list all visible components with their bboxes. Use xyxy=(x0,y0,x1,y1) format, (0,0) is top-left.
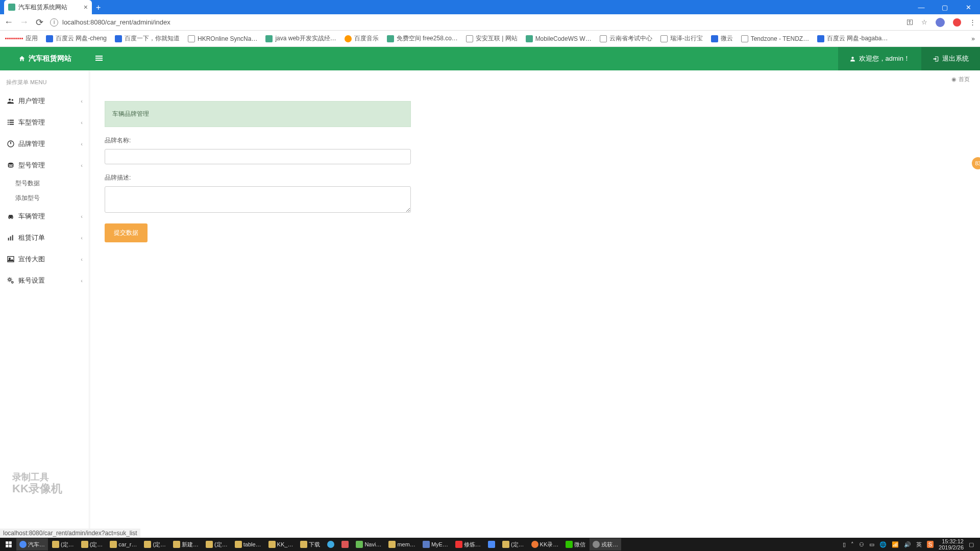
svg-point-12 xyxy=(12,217,12,217)
tray-wifi-icon[interactable]: 📶 xyxy=(892,541,899,548)
start-button[interactable] xyxy=(2,538,15,550)
browser-titlebar: 汽车租赁系统网站 × + — ▢ ✕ xyxy=(0,0,980,14)
new-tab-button[interactable]: + xyxy=(96,3,101,14)
back-button[interactable]: ← xyxy=(4,18,13,27)
svg-rect-13 xyxy=(8,238,9,240)
apps-button[interactable]: 应用 xyxy=(5,34,38,43)
reload-button[interactable]: ⟳ xyxy=(35,18,44,27)
brand-name-input[interactable] xyxy=(105,149,411,164)
sidebar-item-orders[interactable]: 租赁订单 ‹ xyxy=(0,227,89,248)
sidebar-item-model[interactable]: 型号管理 ‹ xyxy=(0,155,89,176)
bookmark-item[interactable]: MobileCodeWS W… xyxy=(526,35,592,42)
bookmarks-bar: 应用 百度云 网盘-cheng 百度一下，你就知道 HKROnline Sync… xyxy=(0,31,980,47)
browser-menu-icon[interactable]: ⋮ xyxy=(969,18,976,26)
tray-globe-icon[interactable]: 🌐 xyxy=(879,541,887,548)
svg-point-18 xyxy=(9,279,11,281)
key-icon[interactable]: ⚿ xyxy=(906,18,913,26)
tray-volume-icon[interactable]: 🔊 xyxy=(904,541,911,548)
taskbar-app[interactable]: Navi… xyxy=(353,538,384,550)
taskbar-app[interactable] xyxy=(338,538,352,550)
bar-chart-icon xyxy=(6,234,15,242)
notification-center-icon[interactable]: ▢ xyxy=(969,541,974,548)
taskbar-app[interactable]: car_r… xyxy=(107,538,140,550)
profile-avatar-icon[interactable] xyxy=(936,18,945,27)
site-info-icon[interactable]: i xyxy=(50,18,58,27)
brand-form-panel: 车辆品牌管理 品牌名称: 品牌描述: 提交数据 xyxy=(105,101,411,242)
taskbar-app[interactable]: (定… xyxy=(141,538,169,550)
forward-button[interactable]: → xyxy=(19,18,29,27)
sidebar-toggle-button[interactable] xyxy=(95,55,103,63)
brand-desc-textarea[interactable] xyxy=(105,186,411,213)
svg-point-11 xyxy=(9,217,10,217)
tray-icon[interactable]: ▯ xyxy=(843,541,846,548)
home-icon xyxy=(18,55,26,62)
browser-tab[interactable]: 汽车租赁系统网站 × xyxy=(4,0,92,14)
bookmark-item[interactable]: 瑞泽-出行宝 xyxy=(660,34,703,43)
taskbar-app[interactable]: table… xyxy=(232,538,264,550)
bookmark-item[interactable]: 安安互联 | 网站 xyxy=(466,34,518,43)
breadcrumb-home[interactable]: 首页 xyxy=(959,76,970,83)
taskbar-clock[interactable]: 15:32:12 2019/2/26 xyxy=(939,538,964,550)
menu-header: 操作菜单 MENU xyxy=(0,74,89,90)
bookmark-star-icon[interactable]: ☆ xyxy=(921,18,927,26)
taskbar-app[interactable] xyxy=(485,538,498,550)
taskbar-app[interactable]: (定… xyxy=(499,538,527,550)
sidebar-sub-model-data[interactable]: 型号数据 xyxy=(15,176,89,191)
bookmark-item[interactable]: 百度音乐 xyxy=(345,34,379,43)
window-maximize-button[interactable]: ▢ xyxy=(933,0,957,14)
bookmark-item[interactable]: Tendzone - TENDZ… xyxy=(741,35,810,42)
taskbar-app[interactable]: (定… xyxy=(49,538,77,550)
brand[interactable]: 汽车租赁网站 xyxy=(0,54,89,63)
list-icon xyxy=(6,118,15,127)
taskbar-app[interactable]: 新建… xyxy=(170,538,202,550)
sidebar-sub-add-model[interactable]: 添加型号 xyxy=(15,191,89,206)
taskbar-app[interactable]: 修炼… xyxy=(452,538,484,550)
extension-badge-icon[interactable] xyxy=(953,18,961,27)
sidebar-item-user-mgmt[interactable]: 用户管理 ‹ xyxy=(0,90,89,112)
car-icon xyxy=(6,212,15,220)
tray-ime-icon[interactable]: 英 xyxy=(916,541,922,548)
bookmark-item[interactable]: java web开发实战经… xyxy=(265,34,336,43)
taskbar-app[interactable]: mem… xyxy=(385,538,418,550)
sidebar-item-car-type[interactable]: 车型管理 ‹ xyxy=(0,112,89,133)
sidebar-item-account[interactable]: 账号设置 ‹ xyxy=(0,270,89,291)
taskbar-app[interactable]: 戎获… xyxy=(590,538,621,550)
tray-up-icon[interactable]: ˄ xyxy=(851,541,854,548)
tray-sogou-icon[interactable]: S xyxy=(927,541,934,548)
svg-rect-22 xyxy=(6,545,8,547)
sidebar-item-vehicle[interactable]: 车辆管理 ‹ xyxy=(0,206,89,227)
breadcrumb: ◉ 首页 xyxy=(951,76,970,83)
tray-people-icon[interactable]: ⚇ xyxy=(859,541,864,548)
bookmark-item[interactable]: 云南省考试中心 xyxy=(600,34,652,43)
taskbar-app[interactable]: (定… xyxy=(78,538,106,550)
url-box[interactable]: i localhost:8080/car_rent/admini/index xyxy=(50,18,900,27)
taskbar-app[interactable] xyxy=(324,538,337,550)
svg-rect-4 xyxy=(9,120,14,121)
sidebar-item-banner[interactable]: 宣传大图 ‹ xyxy=(0,248,89,270)
taskbar-app[interactable]: 汽车… xyxy=(16,538,48,550)
taskbar-app[interactable]: 下载 xyxy=(297,538,323,550)
taskbar-app[interactable]: KK录… xyxy=(528,538,562,550)
bookmark-item[interactable]: 免费空间 free258.co… xyxy=(387,34,458,43)
logout-button[interactable]: 退出系统 xyxy=(921,47,980,70)
taskbar-app[interactable]: MyE… xyxy=(420,538,451,550)
taskbar-app[interactable]: 微信 xyxy=(562,538,589,550)
window-minimize-button[interactable]: — xyxy=(910,0,933,14)
bookmark-item[interactable]: 百度一下，你就知道 xyxy=(115,34,180,43)
image-icon xyxy=(6,255,15,263)
window-close-button[interactable]: ✕ xyxy=(957,0,980,14)
browser-icon xyxy=(327,541,334,548)
bookmark-item[interactable]: 百度云 网盘-cheng xyxy=(46,34,107,43)
tab-close-icon[interactable]: × xyxy=(84,3,88,11)
tab-favicon xyxy=(8,4,15,11)
bookmarks-overflow-button[interactable]: » xyxy=(971,35,975,42)
submit-button[interactable]: 提交数据 xyxy=(105,223,148,242)
bookmark-item[interactable]: 百度云 网盘-bagaba… xyxy=(817,34,888,43)
taskbar-app[interactable]: KK_… xyxy=(265,538,297,550)
bookmark-icon xyxy=(526,35,533,42)
bookmark-item[interactable]: HKROnline SyncNa… xyxy=(188,35,257,42)
bookmark-item[interactable]: 微云 xyxy=(711,34,733,43)
tray-battery-icon[interactable]: ▭ xyxy=(869,541,874,548)
taskbar-app[interactable]: (定… xyxy=(203,538,231,550)
sidebar-item-brand[interactable]: 品牌管理 ‹ xyxy=(0,133,89,155)
